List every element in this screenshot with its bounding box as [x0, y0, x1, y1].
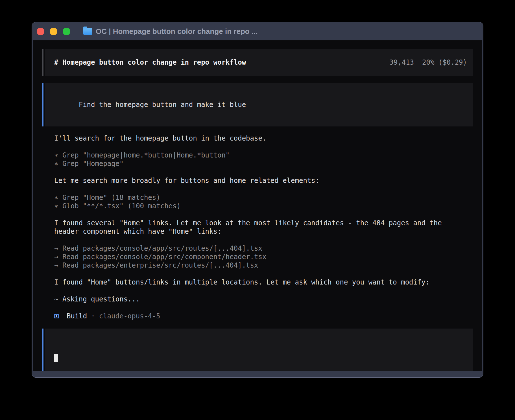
- spacer-line: [54, 210, 473, 219]
- spacer-line: [54, 236, 473, 244]
- agent-status-line: Build·claude-opus-4-5: [54, 312, 473, 320]
- user-message-text: Find the homepage button and make it blu…: [79, 101, 246, 109]
- assistant-text-line: I found "Home" buttons/links in multiple…: [54, 278, 473, 286]
- spacer-line: [54, 185, 473, 193]
- text-cursor-block: [54, 354, 58, 362]
- tool-call-line: ∗ Glob "**/*.tsx" (100 matches): [54, 202, 473, 210]
- spacer-line: [54, 270, 473, 278]
- tool-call-line: ∗ Grep "homepage|home.*button|Home.*butt…: [54, 151, 473, 159]
- assistant-text-line: header component which have "Home" links…: [54, 227, 473, 236]
- input-line: [54, 353, 467, 362]
- terminal-content: # Homepage button color change in repo w…: [33, 40, 482, 371]
- tool-call-line: → Read packages/console/app/src/routes/[…: [54, 244, 473, 253]
- maximize-window-button[interactable]: [63, 28, 70, 35]
- tool-call-line: → Read packages/console/app/src/componen…: [54, 253, 473, 261]
- spacer-line: [54, 286, 473, 295]
- context-usage: 20% ($0.29): [422, 58, 467, 66]
- session-title: # Homepage button color change in repo w…: [54, 58, 246, 67]
- spacer-line: [54, 143, 473, 151]
- tool-call-line: ∗ Grep "Home" (18 matches): [54, 193, 473, 202]
- build-agent-icon: [54, 314, 59, 318]
- window-titlebar[interactable]: OC | Homepage button color change in rep…: [32, 22, 483, 40]
- window-bottom-edge: [32, 371, 483, 377]
- separator-dot: ·: [91, 312, 95, 320]
- spacer-line: [54, 168, 473, 176]
- token-count: 39,413: [389, 58, 414, 66]
- assistant-text-line: I'll search for the homepage button in t…: [54, 134, 473, 143]
- assistant-text-line: I found several "Home" links. Let me loo…: [54, 219, 473, 227]
- prompt-input-area[interactable]: BuildClaude Opus 4.5OpenCode Zen: [45, 329, 473, 371]
- user-message-panel: Find the homepage button and make it blu…: [45, 83, 473, 126]
- assistant-transcript: I'll search for the homepage button in t…: [43, 134, 473, 320]
- spacer-line: [54, 303, 473, 312]
- minimize-window-button[interactable]: [50, 28, 57, 35]
- tool-call-line: ∗ Grep "Homepage": [54, 159, 473, 168]
- close-window-button[interactable]: [37, 28, 44, 35]
- session-header-panel: # Homepage button color change in repo w…: [45, 49, 473, 76]
- assistant-text-line: Let me search more broadly for buttons a…: [54, 176, 473, 185]
- terminal-window: OC | Homepage button color change in rep…: [32, 22, 483, 378]
- session-stats: 39,41320% ($0.29): [389, 58, 467, 67]
- agent-model: claude-opus-4-5: [99, 312, 160, 320]
- folder-icon: [83, 28, 92, 35]
- tool-call-line: → Read packages/enterprise/src/routes/[.…: [54, 261, 473, 270]
- agent-name: Build: [67, 312, 87, 320]
- window-title: OC | Homepage button color change in rep…: [96, 27, 258, 36]
- status-text-line: ~ Asking questions...: [54, 295, 473, 303]
